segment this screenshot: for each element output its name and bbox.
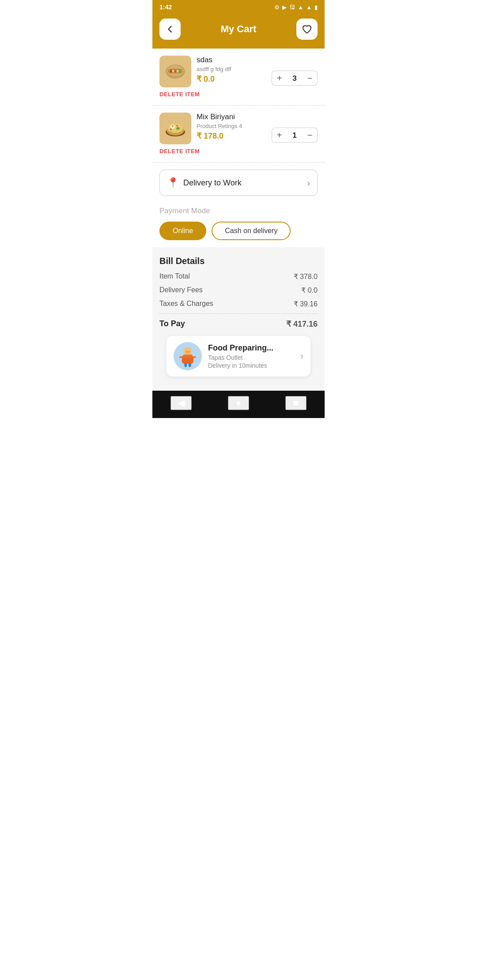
qty-decrease-2[interactable]: − xyxy=(303,128,318,143)
svg-rect-18 xyxy=(183,354,193,358)
bill-section: Bill Details Item Total ₹ 378.0 Delivery… xyxy=(152,247,325,391)
taxes-value: ₹ 39.16 xyxy=(294,300,318,308)
taxes-label: Taxes & Charges xyxy=(159,300,213,308)
svg-rect-23 xyxy=(185,351,190,353)
item-qty-controls-2: + 1 − xyxy=(272,128,318,143)
item-price-2: ₹ 178.0 xyxy=(197,131,266,141)
wifi-icon: ▲ xyxy=(298,4,303,11)
svg-point-4 xyxy=(170,70,172,72)
svg-rect-19 xyxy=(185,363,187,367)
svg-point-6 xyxy=(178,70,181,72)
battery-icon: ▮ xyxy=(314,4,318,11)
item-image-2 xyxy=(159,113,191,144)
svg-rect-22 xyxy=(193,356,196,358)
header: My Cart xyxy=(152,14,325,49)
svg-point-5 xyxy=(174,70,177,72)
svg-point-15 xyxy=(177,125,178,127)
order-delivery-time: Delivery in 10minutes xyxy=(208,362,300,369)
item-info-2: Mix Biriyani Product Retings 4 ₹ 178.0 xyxy=(197,113,266,141)
qty-value-2: 1 xyxy=(287,128,303,143)
page-title: My Cart xyxy=(221,23,257,35)
payment-section: Payment Mode Online Cash on delivery xyxy=(152,203,325,247)
bill-row-taxes: Taxes & Charges ₹ 39.16 xyxy=(159,300,318,308)
back-button[interactable] xyxy=(159,19,181,40)
payment-title: Payment Mode xyxy=(159,207,318,215)
status-icons: ⚙ ▶ 🖫 ▲ ▲ ▮ xyxy=(274,4,318,11)
nav-recent-button[interactable]: ■ xyxy=(285,396,307,410)
to-pay-value: ₹ 417.16 xyxy=(286,319,318,329)
delivery-section: 📍 Delivery to Work › xyxy=(152,162,325,203)
item-total-value: ₹ 378.0 xyxy=(294,272,318,281)
item-price-1: ₹ 0.0 xyxy=(197,74,266,84)
nav-home-icon: ● xyxy=(235,397,241,409)
sim-icon: 🖫 xyxy=(289,4,295,11)
delivery-button[interactable]: 📍 Delivery to Work › xyxy=(159,170,318,196)
nav-bar: ◀ ● ■ xyxy=(152,391,325,418)
signal-icon: ▲ xyxy=(306,4,312,11)
svg-point-14 xyxy=(170,128,172,130)
order-status-title: Food Preparing... xyxy=(208,343,300,353)
svg-rect-20 xyxy=(189,363,191,367)
delete-item-1[interactable]: DELETE ITEM xyxy=(159,91,200,98)
item-name-2: Mix Biriyani xyxy=(197,113,266,121)
order-chevron-icon: › xyxy=(300,351,303,362)
qty-increase-1[interactable]: + xyxy=(272,71,287,86)
bill-divider xyxy=(159,313,318,314)
order-status-card[interactable]: Food Preparing... Tapas Outlet Delivery … xyxy=(167,336,310,377)
bill-title: Bill Details xyxy=(159,256,318,266)
delivery-label: Delivery to Work xyxy=(183,178,307,188)
payment-options: Online Cash on delivery xyxy=(159,222,318,240)
to-pay-label: To Pay xyxy=(159,319,185,329)
item-desc-2: Product Retings 4 xyxy=(197,123,266,129)
payment-cod-button[interactable]: Cash on delivery xyxy=(212,222,291,240)
item-total-label: Item Total xyxy=(159,272,190,281)
order-info: Food Preparing... Tapas Outlet Delivery … xyxy=(208,343,300,369)
item-name-1: sdas xyxy=(197,56,266,64)
delivery-fee-label: Delivery Fees xyxy=(159,286,203,294)
bill-row-delivery: Delivery Fees ₹ 0.0 xyxy=(159,286,318,294)
settings-icon: ⚙ xyxy=(274,4,280,11)
bill-total-row: To Pay ₹ 417.16 xyxy=(159,319,318,329)
cart-item-2: Mix Biriyani Product Retings 4 ₹ 178.0 +… xyxy=(152,106,325,162)
play-icon: ▶ xyxy=(282,4,287,11)
order-outlet: Tapas Outlet xyxy=(208,354,300,361)
payment-online-button[interactable]: Online xyxy=(159,222,206,240)
status-bar: 1:42 ⚙ ▶ 🖫 ▲ ▲ ▮ xyxy=(152,0,325,14)
status-time: 1:42 xyxy=(159,4,172,11)
qty-value-1: 3 xyxy=(287,71,303,86)
nav-recent-icon: ■ xyxy=(293,397,299,409)
wishlist-button[interactable] xyxy=(296,19,318,40)
qty-increase-2[interactable]: + xyxy=(272,128,287,143)
item-qty-controls-1: + 3 − xyxy=(272,71,318,86)
delivery-fee-value: ₹ 0.0 xyxy=(301,286,318,294)
delete-item-2[interactable]: DELETE ITEM xyxy=(159,148,200,155)
nav-back-button[interactable]: ◀ xyxy=(170,396,192,410)
nav-back-icon: ◀ xyxy=(178,397,185,409)
svg-point-12 xyxy=(172,125,174,127)
item-desc-1: asdff g fdg dff xyxy=(197,66,266,72)
item-info-1: sdas asdff g fdg dff ₹ 0.0 xyxy=(197,56,266,84)
qty-decrease-1[interactable]: − xyxy=(303,71,318,86)
order-avatar xyxy=(174,342,202,370)
svg-point-13 xyxy=(176,127,180,130)
bill-row-item-total: Item Total ₹ 378.0 xyxy=(159,272,318,281)
svg-rect-21 xyxy=(179,356,183,358)
chevron-right-icon: › xyxy=(307,178,310,188)
nav-home-button[interactable]: ● xyxy=(228,396,249,410)
location-icon: 📍 xyxy=(167,177,179,188)
cart-item-1: sdas asdff g fdg dff ₹ 0.0 + 3 − DELETE … xyxy=(152,49,325,106)
svg-point-9 xyxy=(167,124,183,133)
item-image-1 xyxy=(159,56,191,87)
